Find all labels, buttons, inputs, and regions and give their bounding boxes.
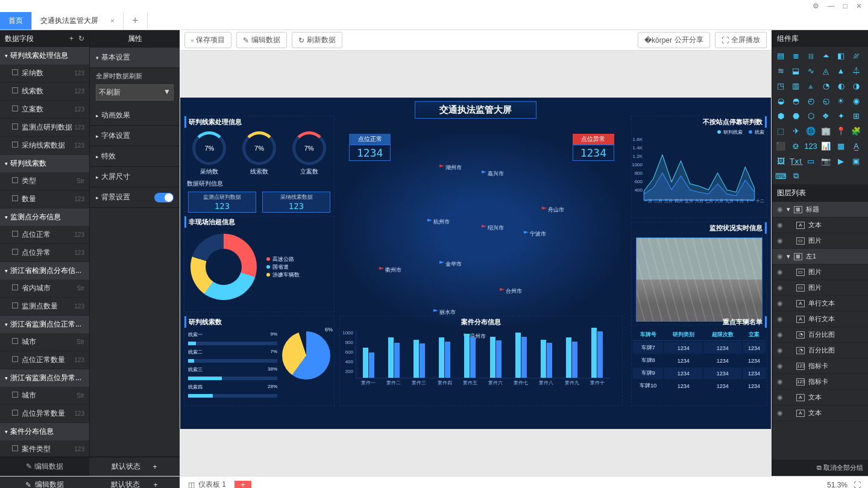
visibility-icon[interactable]: ◉ xyxy=(777,268,783,276)
library-icon[interactable]: ∿ xyxy=(805,64,817,77)
library-icon[interactable]: ⬣ xyxy=(790,110,802,122)
field-item[interactable]: 城市Str xyxy=(0,387,89,405)
dashboard-preview[interactable]: 交通执法监管大屏 研判线索处理信息 7%采纳数7%线索数7%立案数 数据研判信息… xyxy=(180,98,771,429)
minimize-icon[interactable]: — xyxy=(828,2,835,10)
visibility-icon[interactable]: ◉ xyxy=(777,346,783,354)
library-icon[interactable]: ◧ xyxy=(835,49,847,61)
fullscreen-button[interactable]: ⛶ 全屏播放 xyxy=(715,32,767,48)
library-icon[interactable]: ⬡ xyxy=(805,110,817,122)
panel-table[interactable]: 重点车辆名单 车牌号研判类别超限次数立案车牌7123412341234车牌812… xyxy=(631,316,767,406)
visibility-icon[interactable]: ◉ xyxy=(777,378,783,386)
field-item[interactable]: 城市Str xyxy=(0,333,89,351)
section-font[interactable]: ▸字体设置 xyxy=(90,126,180,146)
library-icon[interactable]: 123 xyxy=(805,140,817,152)
add-field-icon[interactable]: + xyxy=(69,34,74,43)
panel-donut[interactable]: 非现场治超信息 高速公路国省道涉嫌车辆数 xyxy=(184,216,335,312)
save-button[interactable]: ▫ 保存项目 xyxy=(184,32,231,48)
layer-row[interactable]: ◉▾▦左1 xyxy=(772,249,868,264)
library-icon[interactable]: ▣ xyxy=(850,155,862,167)
section-basic[interactable]: ▾基本设置 xyxy=(90,48,180,68)
library-icon[interactable]: ◳ xyxy=(775,80,787,92)
visibility-icon[interactable]: ◉ xyxy=(777,393,783,401)
field-item[interactable]: 数量123 xyxy=(0,190,89,208)
library-icon[interactable]: ▶ xyxy=(835,155,847,167)
zoom-level[interactable]: 51.3% xyxy=(827,481,848,489)
library-icon[interactable]: ⫻ xyxy=(850,49,862,61)
field-item[interactable]: 采纳线索数据123 xyxy=(0,137,89,155)
library-icon[interactable]: 📷 xyxy=(820,155,832,167)
layer-row[interactable]: ◉◔百分比图 xyxy=(772,327,868,343)
library-icon[interactable]: ▥ xyxy=(790,80,802,92)
library-icon[interactable]: ≋ xyxy=(775,64,787,77)
gear-icon[interactable]: ⚙ xyxy=(813,2,819,10)
layer-row[interactable]: ◉123指标卡 xyxy=(772,358,868,374)
sheet-tab[interactable]: ◫ 仪表板 1 xyxy=(180,480,234,488)
library-icon[interactable]: ◬ xyxy=(820,64,832,77)
field-item[interactable]: 点位异常123 xyxy=(0,244,89,262)
field-item[interactable]: 类型Str xyxy=(0,172,89,190)
field-item[interactable]: 监测点研判数据123 xyxy=(0,119,89,137)
default-state-footer[interactable]: 默认状态 + xyxy=(89,477,180,488)
field-item[interactable]: 采纳数123 xyxy=(0,64,89,83)
library-icon[interactable]: ✦ xyxy=(835,110,847,122)
panel-leads[interactable]: 研判线索数 线索一9%线索二7%线索三38%线索四28% 6% xyxy=(184,316,335,406)
field-group[interactable]: 案件分布信息 xyxy=(0,423,89,440)
field-item[interactable]: 线索数123 xyxy=(0,83,89,101)
section-anim[interactable]: ▸动画效果 xyxy=(90,105,180,126)
layer-row[interactable]: ◉▭图片 xyxy=(772,264,868,280)
panel-gauges[interactable]: 研判线索处理信息 7%采纳数7%线索数7%立案数 数据研判信息 监测点研判数据1… xyxy=(184,116,335,212)
library-icon[interactable]: ▲ xyxy=(835,64,847,77)
library-icon[interactable]: ⧉ xyxy=(790,170,802,182)
panel-area[interactable]: 不按站点停靠研判数 研判线索线索 1.6K1.4K1.2K10008006004… xyxy=(631,116,767,218)
maximize-icon[interactable]: □ xyxy=(843,2,848,10)
edit-data-button[interactable]: ✎ 编辑数据 xyxy=(0,457,89,476)
edit-data-button[interactable]: ✎ 编辑数据 xyxy=(236,32,287,48)
library-icon[interactable]: ❖ xyxy=(820,110,832,122)
library-icon[interactable]: ◓ xyxy=(790,95,802,107)
library-icon[interactable]: T͟x͟t xyxy=(790,155,802,167)
default-state-button[interactable]: 默认状态+ xyxy=(89,457,180,476)
library-icon[interactable]: ◔ xyxy=(820,80,832,92)
visibility-icon[interactable]: ◉ xyxy=(777,331,783,339)
library-icon[interactable]: 🖼 xyxy=(775,155,787,167)
field-group[interactable]: 浙江省监测点位异常... xyxy=(0,369,89,387)
field-item[interactable]: 立案数123 xyxy=(0,101,89,119)
library-icon[interactable]: ⬢ xyxy=(775,110,787,122)
panel-camera[interactable]: 监控状况实时信息 xyxy=(631,222,767,325)
library-icon[interactable]: ▭ xyxy=(805,155,817,167)
tab-add[interactable]: + xyxy=(124,12,148,30)
field-item[interactable]: 案件类型123 xyxy=(0,440,89,457)
layer-row[interactable]: ◉A文本 xyxy=(772,390,868,405)
library-icon[interactable]: ⯐ xyxy=(790,140,802,152)
layer-row[interactable]: ◉▭图片 xyxy=(772,280,868,296)
field-group[interactable]: 研判线索处理信息 xyxy=(0,47,89,64)
library-icon[interactable]: ⟁ xyxy=(805,80,817,92)
layer-row[interactable]: ◉◔百分比图 xyxy=(772,343,868,358)
library-icon[interactable]: ◒ xyxy=(775,95,787,107)
canvas[interactable]: 交通执法监管大屏 研判线索处理信息 7%采纳数7%线索数7%立案数 数据研判信息… xyxy=(180,51,772,476)
library-icon[interactable]: ⏶ xyxy=(820,49,832,61)
tab-dashboard[interactable]: 交通执法监管大屏 × xyxy=(32,12,124,30)
library-icon[interactable]: ▤ xyxy=(775,49,787,61)
visibility-icon[interactable]: ◉ xyxy=(777,221,783,229)
visibility-icon[interactable]: ◉ xyxy=(777,315,783,323)
refresh-fields-icon[interactable]: ↻ xyxy=(78,34,84,43)
section-bg[interactable]: ▸背景设置 xyxy=(90,187,180,208)
library-icon[interactable]: ⬛ xyxy=(775,140,787,152)
bg-toggle[interactable] xyxy=(154,193,174,202)
section-size[interactable]: ▸大屏尺寸 xyxy=(90,167,180,187)
tab-home[interactable]: 首页 xyxy=(0,12,32,30)
visibility-icon[interactable]: ◉ xyxy=(777,252,783,260)
library-icon[interactable]: 🌐 xyxy=(805,125,817,137)
field-group[interactable]: 浙江省监测点位正常... xyxy=(0,316,89,333)
edit-data-footer[interactable]: ✎ 编辑数据 xyxy=(0,477,89,488)
library-icon[interactable]: ◐ xyxy=(835,80,847,92)
library-icon[interactable]: ⊞ xyxy=(850,110,862,122)
library-icon[interactable]: 🧩 xyxy=(850,125,862,137)
visibility-icon[interactable]: ◉ xyxy=(777,237,783,245)
layer-row[interactable]: ◉A文本 xyxy=(772,217,868,233)
add-sheet-button[interactable]: + xyxy=(234,481,251,489)
layer-row[interactable]: ◉A单行文本 xyxy=(772,311,868,327)
share-button[interactable]: �körper 公开分享 xyxy=(638,32,710,48)
map[interactable]: 点位正常1234 点位异常1234 湖州市嘉兴市舟山市杭州市绍兴市宁波市衢州市金… xyxy=(343,134,620,327)
